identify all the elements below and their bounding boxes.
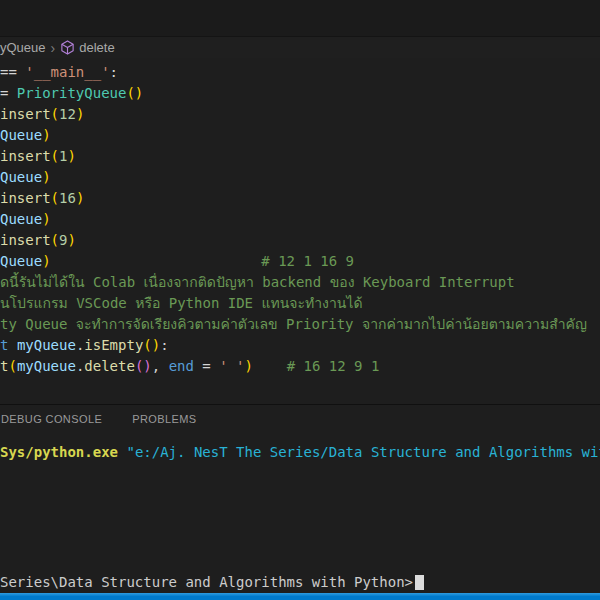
code-line: ดนี้รันไม่ได้ใน Colab เนื่องจากติดปัญหา … [0,272,600,293]
panel-tab-debug-console[interactable]: DEBUG CONSOLE [1,413,102,425]
code-line: Queue) [0,125,600,146]
terminal-cursor [415,575,424,590]
vscode-window: yQueue › delete == '__main__':= Priority… [0,0,600,600]
editor-tab-bar [0,0,600,37]
code-line: นโปรแกรม VSCode หรือ Python IDE แทนจะทำง… [0,293,600,314]
bottom-panel: DEBUG CONSOLEPROBLEMS Sys/python.exe "e:… [0,404,600,594]
breadcrumb-item-symbol[interactable]: delete [79,40,114,55]
breadcrumb-item-file[interactable]: yQueue [0,40,46,55]
code-editor[interactable]: == '__main__':= PriorityQueue()insert(12… [0,58,600,404]
terminal-prompt-text: Series\Data Structure and Algorithms wit… [0,574,413,591]
code-line: Queue) [0,167,600,188]
panel-tab-problems[interactable]: PROBLEMS [132,413,196,425]
code-line: ty Queue จะทำการจัดเรียงคิวตามค่าตัวเลข … [0,314,600,335]
code-line: insert(9) [0,230,600,251]
breadcrumb: yQueue › delete [0,37,600,58]
terminal-prompt-line: Series\Data Structure and Algorithms wit… [0,574,424,591]
status-bar [0,593,600,600]
panel-tab-bar: DEBUG CONSOLEPROBLEMS [0,405,600,433]
code-line: == '__main__': [0,62,600,83]
terminal-command-line: Sys/python.exe "e:/Aj. NesT The Series/D… [0,442,600,463]
code-line: t myQueue.isEmpty(): [0,335,600,356]
code-line: insert(16) [0,188,600,209]
symbol-method-icon [60,40,75,55]
code-line: t(myQueue.delete(), end = ' ') # 16 12 9… [0,356,600,377]
code-line: insert(12) [0,104,600,125]
code-line: = PriorityQueue() [0,83,600,104]
chevron-right-icon: › [51,40,56,56]
code-line: insert(1) [0,146,600,167]
terminal[interactable]: Sys/python.exe "e:/Aj. NesT The Series/D… [0,433,600,594]
code-line: Queue) # 12 1 16 9 [0,251,600,272]
code-line: Queue) [0,209,600,230]
